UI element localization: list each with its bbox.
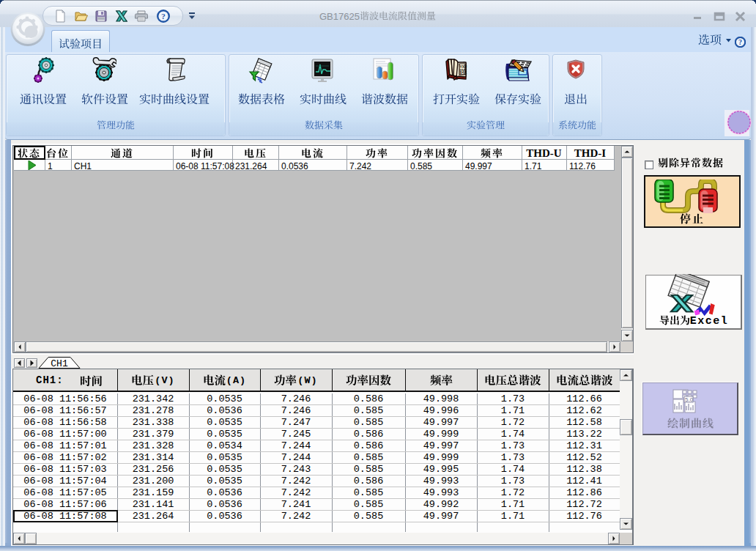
svg-text:?: ? [161, 12, 166, 21]
svg-text:CH1: CH1 [51, 358, 68, 369]
svg-text:X55: X55 [460, 72, 467, 76]
svg-text:?: ? [738, 38, 742, 46]
svg-text:5.0: 5.0 [685, 396, 694, 403]
